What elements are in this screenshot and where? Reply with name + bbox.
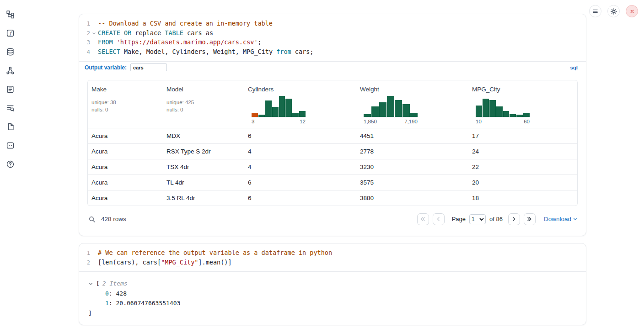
table-cell: TSX 4dr [163, 159, 244, 174]
histogram-bar[interactable] [410, 113, 418, 117]
histogram-bar[interactable] [272, 107, 279, 117]
histogram-bar[interactable] [483, 99, 489, 117]
line-number: 4 [79, 48, 90, 57]
snippets-panel-button[interactable] [4, 121, 16, 132]
database-panel-button[interactable] [4, 46, 16, 58]
histogram-bar[interactable] [279, 96, 285, 117]
sql-code-editor[interactable]: 1-- Download a CSV and create an in-memo… [79, 14, 586, 61]
histogram-bar[interactable] [371, 106, 379, 117]
hamburger-icon [592, 8, 599, 15]
column-header[interactable]: Makeunique: 38nulls: 0 [88, 80, 163, 128]
line-number: 2 [79, 258, 90, 268]
histogram-range-labels: 312 [252, 119, 306, 124]
table-cell: Acura [88, 190, 163, 206]
fold-gutter-spacer [90, 38, 98, 48]
table-cell: 6 [244, 175, 356, 190]
last-page-button[interactable] [524, 213, 536, 225]
table-cell: 4 [244, 144, 356, 159]
previous-page-button[interactable] [433, 213, 445, 225]
histogram-bar[interactable] [292, 113, 299, 117]
histogram-bar[interactable] [387, 96, 394, 117]
notebook-area: 1-- Download a CSV and create an in-memo… [79, 14, 586, 325]
table-cell: 3575 [356, 175, 468, 190]
svg-text:ƒ: ƒ [8, 30, 12, 36]
histogram-bar[interactable] [258, 115, 265, 117]
collapse-toggle-icon[interactable] [88, 281, 93, 286]
column-histogram: 1060 [476, 96, 530, 124]
pagination: Page 1 of 86 Download [417, 213, 578, 225]
dependency-graph-panel-button[interactable] [4, 64, 16, 76]
column-histogram: 312 [252, 96, 306, 124]
chat-panel-button[interactable] [4, 139, 16, 151]
logs-icon [6, 85, 15, 94]
search-list-panel-button[interactable] [4, 102, 16, 114]
table-cell: Acura [88, 175, 163, 190]
code-text: # We can reference the output variable a… [98, 248, 332, 258]
code-line: 2[len(cars), cars["MPG_City"].mean()] [79, 258, 586, 268]
file-tree-panel-button[interactable] [4, 8, 16, 20]
output-variable-label: Output variable: [85, 64, 127, 71]
histogram-bars [252, 96, 306, 117]
table-row: AcuraMDX6445117 [88, 128, 577, 143]
column-header[interactable]: Weight1,8507,190 [356, 80, 468, 128]
search-icon [88, 216, 96, 223]
histogram-bar[interactable] [402, 104, 410, 117]
tree-entry-key: 1 [105, 300, 109, 307]
download-button[interactable]: Download [544, 216, 578, 222]
tree-root: [ 2 Items [88, 279, 586, 289]
histogram-bar[interactable] [252, 113, 258, 117]
histogram-bar[interactable] [364, 114, 371, 117]
next-page-button[interactable] [508, 213, 520, 225]
histogram-bar[interactable] [476, 106, 482, 117]
table-row: Acura3.5 RL 4dr6388018 [88, 190, 577, 206]
histogram-bar[interactable] [395, 100, 402, 117]
column-stats: unique: 38nulls: 0 [91, 99, 159, 114]
histogram-bar[interactable] [503, 111, 510, 117]
histogram-bar[interactable] [510, 114, 516, 117]
line-number: 1 [79, 19, 90, 29]
search-button[interactable] [87, 215, 97, 224]
column-header[interactable]: Modelunique: 425nulls: 0 [163, 80, 244, 128]
table-row: AcuraTSX 4dr4323022 [88, 159, 577, 174]
table-cell: 4451 [356, 128, 468, 143]
close-bracket: ] [88, 308, 586, 318]
histogram-bar[interactable] [496, 106, 503, 117]
python-code-editor[interactable]: 1# We can reference the output variable … [79, 243, 586, 271]
tree-entry: 1: 20.060747663551403 [105, 298, 586, 308]
chevron-left-icon [435, 216, 441, 222]
page-select[interactable]: 1 [469, 214, 486, 224]
table-cell: 18 [468, 190, 577, 206]
column-label: Make [91, 86, 159, 93]
scratchpad-panel-button[interactable]: ƒ [4, 27, 16, 39]
menu-button[interactable] [589, 5, 601, 17]
first-page-button[interactable] [417, 213, 429, 225]
fold-toggle-icon[interactable] [90, 29, 98, 38]
histogram-bar[interactable] [299, 111, 306, 117]
sql-cell: 1-- Download a CSV and create an in-memo… [79, 14, 586, 236]
histogram-bar[interactable] [489, 100, 496, 117]
column-header[interactable]: Cylinders312 [244, 80, 356, 128]
column-label: Cylinders [248, 86, 353, 93]
histogram-bar[interactable] [265, 100, 272, 117]
logs-panel-button[interactable] [4, 83, 16, 95]
tree-entry: 0: 428 [105, 289, 586, 299]
line-number: 3 [79, 38, 90, 48]
histogram-bar[interactable] [285, 99, 292, 117]
histogram-bar[interactable] [516, 115, 523, 117]
histogram-bar[interactable] [379, 102, 386, 117]
settings-button[interactable] [607, 5, 620, 17]
chat-icon [6, 141, 15, 150]
output-variable-input[interactable] [130, 63, 167, 71]
shutdown-button[interactable] [626, 5, 638, 17]
table-cell: Acura [88, 144, 163, 159]
column-header[interactable]: MPG_City1060 [468, 80, 577, 128]
tree-entry-value: 20.060747663551403 [116, 300, 180, 307]
tree-entry-key: 0 [105, 290, 109, 297]
sidebar-icon-list: ƒ [4, 8, 16, 170]
table-cell: 4 [244, 159, 356, 174]
column-label: Model [166, 86, 241, 93]
language-badge: sql [570, 65, 578, 70]
help-panel-button[interactable] [4, 158, 16, 170]
histogram-bar[interactable] [523, 113, 530, 117]
histogram-range-labels: 1060 [476, 119, 530, 124]
